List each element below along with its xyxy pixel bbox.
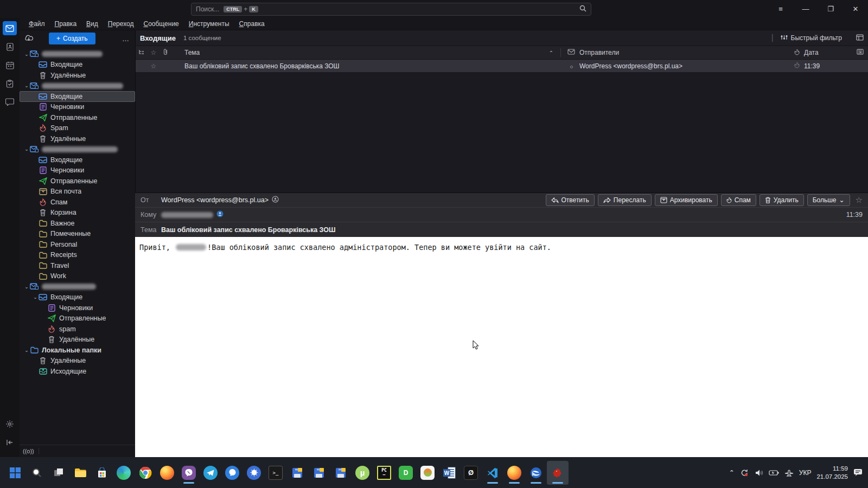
tray-network-icon[interactable]	[784, 469, 794, 477]
close-button[interactable]: ✕	[843, 0, 868, 18]
menu-вид[interactable]: Вид	[81, 18, 103, 29]
attachment-column-icon[interactable]	[159, 48, 171, 57]
menu-сообщение[interactable]: Сообщение	[138, 18, 183, 29]
sort-ascending-icon[interactable]: ⌃	[544, 50, 558, 56]
folder-row-account[interactable]: ⌄	[20, 144, 135, 155]
message-star-icon[interactable]: ☆	[148, 62, 159, 70]
tray-battery-icon[interactable]	[769, 470, 779, 476]
taskbar-browser-orange[interactable]	[417, 461, 438, 485]
sender-column-header[interactable]: Отправители	[579, 49, 790, 56]
taskbar-total-commander-2[interactable]	[308, 461, 330, 485]
chevron-down-icon[interactable]: ⌄	[23, 52, 30, 57]
folder-row-локальные-папки[interactable]: ⌄Локальные папки	[20, 345, 135, 356]
menu-файл[interactable]: Файл	[24, 18, 50, 29]
message-list-display-options-icon[interactable]	[856, 34, 864, 42]
folder-row-отправленные[interactable]: Отправленные	[20, 313, 135, 324]
new-message-button[interactable]: + Создать	[49, 33, 95, 44]
settings-icon[interactable]	[3, 417, 17, 431]
more-button[interactable]: Больше⌄	[807, 194, 850, 206]
taskbar-total-commander-1[interactable]	[286, 461, 308, 485]
folder-row-корзина[interactable]: Корзина	[20, 208, 135, 219]
taskbar-file-explorer[interactable]	[69, 461, 91, 485]
reply-button[interactable]: Ответить	[546, 194, 595, 206]
taskbar-chrome[interactable]	[135, 461, 156, 485]
folder-row-spam[interactable]: spam	[20, 324, 135, 335]
star-column-icon[interactable]: ☆	[148, 49, 159, 56]
tray-clock[interactable]: 11:59 21.07.2025	[816, 465, 848, 481]
message-spam-icon[interactable]	[790, 62, 804, 70]
taskbar-utorrent[interactable]: µ	[352, 461, 373, 485]
taskbar-search[interactable]	[26, 461, 48, 485]
quick-filter-button[interactable]: Быстрый фильтр	[791, 34, 842, 42]
collapse-icon[interactable]	[3, 435, 17, 450]
folder-row-account[interactable]: ⌄	[20, 281, 135, 292]
subject-column-header[interactable]: Тема	[171, 49, 544, 56]
folder-row-входящие[interactable]: ⌄Входящие	[20, 292, 135, 303]
message-header-star-icon[interactable]: ☆	[856, 195, 863, 205]
taskbar-vscode[interactable]	[482, 461, 503, 485]
folder-row-исходящие[interactable]: Исходящие	[20, 366, 135, 377]
folder-pane-options-button[interactable]: …	[120, 35, 132, 43]
forward-button[interactable]: Переслать	[598, 194, 652, 206]
menu-справка[interactable]: Справка	[234, 18, 270, 29]
app-menu-button[interactable]: ≡	[768, 0, 793, 18]
folder-row-входящие[interactable]: Входящие	[20, 91, 135, 102]
tray-language-indicator[interactable]: УКР	[799, 469, 812, 477]
mail-tab-icon[interactable]	[3, 21, 17, 35]
column-picker-icon[interactable]	[852, 49, 868, 56]
chevron-down-icon[interactable]: ⌄	[23, 284, 30, 290]
taskbar-dart[interactable]: D	[395, 461, 417, 485]
folder-row-receipts[interactable]: Receipts	[20, 250, 135, 261]
contact-icon[interactable]	[216, 210, 224, 219]
tray-update-icon[interactable]	[740, 468, 749, 477]
archive-button[interactable]: Архивировать	[655, 194, 718, 206]
chevron-down-icon[interactable]: ⌄	[23, 348, 30, 353]
date-column-header[interactable]: Дата	[804, 49, 852, 56]
folder-row-personal[interactable]: Personal	[20, 239, 135, 250]
folder-row-work[interactable]: Work	[20, 271, 135, 282]
folder-row-travel[interactable]: Travel	[20, 260, 135, 271]
read-status-column-icon[interactable]	[563, 49, 579, 56]
delete-button[interactable]: Удалить	[760, 194, 804, 206]
taskbar-microsoft-store[interactable]	[91, 461, 113, 485]
folder-row-spam[interactable]: Spam	[20, 123, 135, 134]
taskbar-edge[interactable]	[113, 461, 135, 485]
taskbar-terminal[interactable]: >_	[265, 461, 286, 485]
folder-row-входящие[interactable]: Входящие	[20, 60, 135, 70]
taskbar-messenger[interactable]	[221, 461, 243, 485]
folder-row-удалённые[interactable]: Удалённые	[20, 133, 135, 144]
taskbar-firefox[interactable]	[156, 461, 178, 485]
folder-row-черновики[interactable]: Черновики	[20, 165, 135, 176]
add-contact-icon[interactable]	[272, 196, 279, 204]
folder-row-черновики[interactable]: Черновики	[20, 303, 135, 313]
tasks-tab-icon[interactable]	[3, 76, 17, 91]
minimize-button[interactable]: —	[793, 0, 818, 18]
folder-row-спам[interactable]: Спам	[20, 197, 135, 208]
calendar-tab-icon[interactable]	[3, 58, 17, 72]
spam-button[interactable]: Спам	[721, 194, 756, 206]
message-body[interactable]: Привіт, !Ваш обліковий запис схвалено ад…	[135, 237, 868, 457]
taskbar-pycharm[interactable]: PC—	[373, 461, 395, 485]
from-value[interactable]: WordPress <wordpress@brs.pl.ua>	[161, 196, 269, 204]
taskbar-thunderbird[interactable]	[525, 461, 547, 485]
menu-правка[interactable]: Правка	[50, 18, 82, 29]
folder-row-помеченные[interactable]: Помеченные	[20, 229, 135, 240]
folder-row-удалённые[interactable]: Удалённые	[20, 335, 135, 345]
folder-row-удалённые[interactable]: Удалённые	[20, 356, 135, 367]
maximize-button[interactable]: ❐	[818, 0, 843, 18]
taskbar-telegram[interactable]	[200, 461, 221, 485]
folder-row-удалённые[interactable]: Удалённые	[20, 70, 135, 81]
folder-row-отправленные[interactable]: Отправленные	[20, 176, 135, 187]
folder-row-account[interactable]: ⌄	[20, 49, 135, 60]
taskbar-firefox-2[interactable]	[503, 461, 525, 485]
spam-column-icon[interactable]	[790, 49, 804, 57]
cloud-download-icon[interactable]	[24, 34, 34, 43]
folder-row-отправленные[interactable]: Отправленные	[20, 112, 135, 123]
taskbar-task-view[interactable]	[48, 461, 69, 485]
menu-инструменты[interactable]: Инструменты	[184, 18, 234, 29]
taskbar-red-plugin[interactable]	[547, 461, 569, 485]
thread-column-icon[interactable]	[136, 49, 148, 57]
chevron-down-icon[interactable]: ⌄	[23, 83, 30, 88]
global-search-input[interactable]: Поиск... CTRL + K	[191, 3, 591, 16]
tray-volume-icon[interactable]	[755, 469, 763, 477]
